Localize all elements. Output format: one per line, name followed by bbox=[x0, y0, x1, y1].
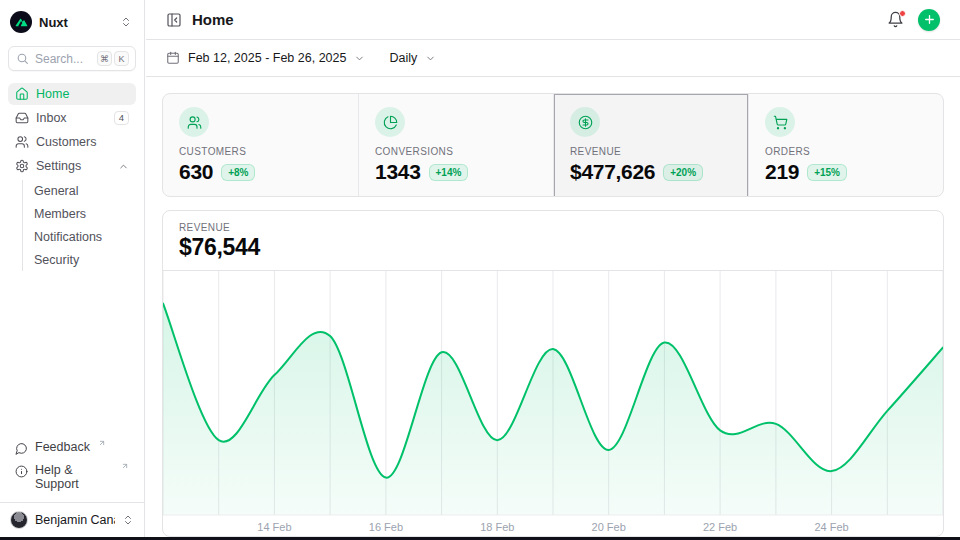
user-menu[interactable]: Benjamin Canac bbox=[0, 502, 144, 537]
avatar bbox=[10, 511, 28, 529]
stat-label: CUSTOMERS bbox=[179, 146, 342, 157]
chevrons-up-down-icon bbox=[120, 16, 132, 28]
stat-conversions[interactable]: CONVERSIONS 1343 +14% bbox=[358, 94, 553, 197]
search-input-wrap[interactable]: ⌘ K bbox=[8, 46, 136, 71]
svg-text:22 Feb: 22 Feb bbox=[703, 521, 737, 533]
kbd-meta: ⌘ bbox=[97, 51, 112, 66]
sidebar-item-label: Inbox bbox=[36, 111, 67, 125]
sidebar-item-label: Customers bbox=[36, 135, 96, 149]
stat-label: CONVERSIONS bbox=[375, 146, 537, 157]
users-icon bbox=[15, 135, 29, 149]
sidebar: Nuxt ⌘ K Home Inbox 4 Customers Settings bbox=[0, 0, 145, 537]
filters-toolbar: Feb 12, 2025 - Feb 26, 2025 Daily bbox=[146, 40, 960, 77]
svg-text:20 Feb: 20 Feb bbox=[592, 521, 626, 533]
stat-delta-badge: +15% bbox=[807, 164, 847, 181]
sidebar-item-members[interactable]: Members bbox=[23, 203, 136, 225]
footer-link-label: Feedback bbox=[35, 440, 90, 454]
header-actions bbox=[887, 9, 940, 31]
user-name: Benjamin Canac bbox=[35, 513, 115, 527]
stats-row: CUSTOMERS 630 +8% CONVERSIONS 1343 +14% bbox=[162, 93, 944, 197]
message-circle-icon bbox=[15, 442, 28, 455]
calendar-icon bbox=[166, 51, 180, 65]
stat-label: ORDERS bbox=[765, 146, 927, 157]
revenue-chart[interactable]: 14 Feb16 Feb18 Feb20 Feb22 Feb24 Feb bbox=[163, 271, 943, 537]
search-icon bbox=[16, 52, 29, 65]
shopping-cart-icon bbox=[765, 107, 795, 137]
team-name: Nuxt bbox=[39, 15, 113, 30]
pie-chart-icon bbox=[375, 107, 405, 137]
inbox-count-badge: 4 bbox=[114, 111, 129, 125]
sidebar-item-security[interactable]: Security bbox=[23, 249, 136, 271]
svg-text:14 Feb: 14 Feb bbox=[257, 521, 291, 533]
revenue-chart-card: REVENUE $76,544 14 Feb16 Feb18 Feb20 Feb… bbox=[162, 210, 944, 537]
stat-value: $477,626 bbox=[570, 160, 655, 184]
users-icon bbox=[179, 107, 209, 137]
sidebar-item-inbox[interactable]: Inbox 4 bbox=[8, 107, 136, 129]
date-range-value: Feb 12, 2025 - Feb 26, 2025 bbox=[188, 51, 346, 65]
arrow-up-right-icon bbox=[121, 462, 129, 470]
stat-value: 219 bbox=[765, 160, 799, 184]
stat-orders[interactable]: ORDERS 219 +15% bbox=[748, 94, 943, 197]
stat-revenue[interactable]: REVENUE $477,626 +20% bbox=[553, 94, 748, 197]
chevron-down-icon bbox=[354, 53, 365, 64]
svg-text:24 Feb: 24 Feb bbox=[814, 521, 848, 533]
arrow-up-right-icon bbox=[98, 439, 106, 447]
nuxt-logo-icon bbox=[10, 11, 32, 33]
search-input[interactable] bbox=[35, 52, 91, 66]
help-support-link[interactable]: Help & Support bbox=[8, 460, 136, 494]
main-area: Home Feb 12, 2025 - Feb 26, 2025 Daily bbox=[146, 0, 960, 537]
sidebar-item-customers[interactable]: Customers bbox=[8, 131, 136, 153]
chevron-up-icon bbox=[118, 161, 129, 172]
plus-icon bbox=[923, 13, 936, 26]
svg-text:16 Feb: 16 Feb bbox=[369, 521, 403, 533]
add-button[interactable] bbox=[918, 9, 940, 31]
chart-metric-value: $76,544 bbox=[179, 234, 927, 261]
sidebar-nav: Home Inbox 4 Customers Settings General … bbox=[8, 83, 136, 273]
notifications-button[interactable] bbox=[887, 11, 904, 28]
content: CUSTOMERS 630 +8% CONVERSIONS 1343 +14% bbox=[146, 77, 960, 537]
circle-dollar-icon bbox=[570, 107, 600, 137]
stat-delta-badge: +8% bbox=[221, 164, 255, 181]
team-switcher[interactable]: Nuxt bbox=[8, 9, 136, 35]
stat-delta-badge: +14% bbox=[429, 164, 469, 181]
date-range-picker[interactable]: Feb 12, 2025 - Feb 26, 2025 bbox=[166, 51, 365, 65]
svg-text:18 Feb: 18 Feb bbox=[480, 521, 514, 533]
stat-delta-badge: +20% bbox=[663, 164, 703, 181]
settings-sub-list: General Members Notifications Security bbox=[22, 180, 136, 271]
feedback-link[interactable]: Feedback bbox=[8, 437, 136, 458]
kbd-k: K bbox=[114, 51, 129, 66]
sidebar-item-label: Home bbox=[36, 87, 69, 101]
sidebar-item-settings[interactable]: Settings bbox=[8, 155, 136, 177]
gear-icon bbox=[15, 159, 29, 173]
info-circle-icon bbox=[15, 465, 28, 478]
page-header: Home bbox=[146, 0, 960, 40]
page-title: Home bbox=[192, 11, 234, 28]
stat-label: REVENUE bbox=[570, 146, 732, 157]
inbox-icon bbox=[15, 111, 29, 125]
panel-left-close-icon bbox=[166, 12, 182, 28]
sidebar-item-home[interactable]: Home bbox=[8, 83, 136, 105]
sidebar-collapse-button[interactable] bbox=[166, 12, 182, 28]
period-select[interactable]: Daily bbox=[389, 51, 436, 65]
house-icon bbox=[15, 87, 29, 101]
revenue-chart-svg: 14 Feb16 Feb18 Feb20 Feb22 Feb24 Feb bbox=[163, 271, 943, 537]
stat-value: 1343 bbox=[375, 160, 421, 184]
chevron-down-icon bbox=[425, 53, 436, 64]
sidebar-item-notifications[interactable]: Notifications bbox=[23, 226, 136, 248]
sidebar-footer-links: Feedback Help & Support bbox=[8, 437, 136, 502]
sidebar-item-general[interactable]: General bbox=[23, 180, 136, 202]
period-value: Daily bbox=[389, 51, 417, 65]
stat-value: 630 bbox=[179, 160, 213, 184]
stat-customers[interactable]: CUSTOMERS 630 +8% bbox=[163, 94, 358, 197]
chart-header: REVENUE $76,544 bbox=[163, 211, 943, 271]
sidebar-spacer bbox=[8, 273, 136, 437]
footer-link-label: Help & Support bbox=[35, 463, 113, 491]
chart-metric-label: REVENUE bbox=[179, 222, 927, 233]
sidebar-item-label: Settings bbox=[36, 159, 81, 173]
chevrons-up-down-icon bbox=[122, 514, 134, 526]
unread-dot bbox=[899, 10, 906, 17]
